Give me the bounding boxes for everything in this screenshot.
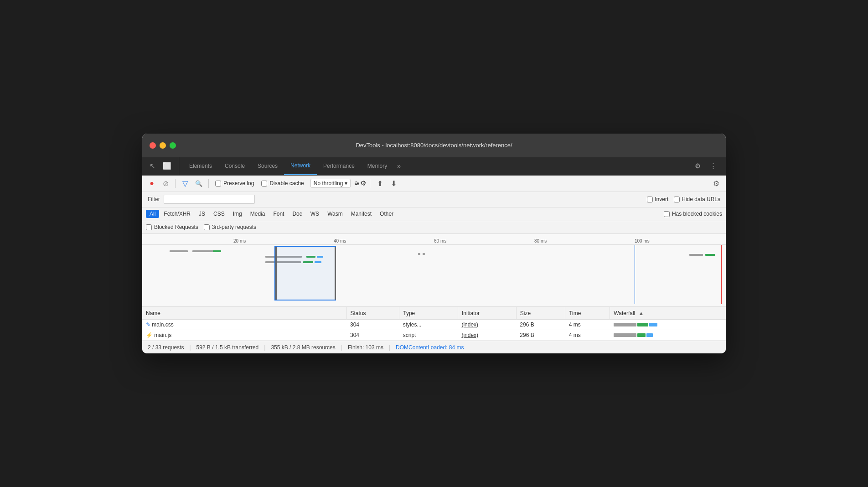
col-name[interactable]: Name <box>142 307 346 320</box>
network-table-container: Name Status Type Initiator Size <box>142 307 726 341</box>
toolbar-separator-2 <box>208 179 209 188</box>
cell-type: styles... <box>399 320 458 330</box>
settings-icon[interactable]: ⚙ <box>693 160 703 172</box>
cursor-icon[interactable]: ↖ <box>148 160 157 172</box>
transferred-size: 592 B / 1.5 kB transferred <box>196 344 259 351</box>
third-party-label[interactable]: 3rd-party requests <box>204 224 256 230</box>
load-line <box>721 245 722 304</box>
type-filter-other[interactable]: Other <box>376 210 397 218</box>
tab-network[interactable]: Network <box>284 157 317 175</box>
type-filter-ws[interactable]: WS <box>307 210 323 218</box>
close-button[interactable] <box>150 142 156 149</box>
type-filter-bar: All Fetch/XHR JS CSS Img Media Font Doc … <box>142 207 726 221</box>
dom-loaded-line <box>635 245 635 304</box>
devtools-icons: ↖ ⬜ <box>142 157 179 175</box>
wf-ttfb-bar <box>637 333 646 337</box>
ruler-tick-80ms: 80 ms <box>534 238 547 244</box>
col-time[interactable]: Time <box>565 307 610 320</box>
cell-initiator: (index) <box>458 330 516 341</box>
col-waterfall[interactable]: Waterfall ▲ <box>610 307 726 320</box>
cell-type: script <box>399 330 458 341</box>
invert-checkbox-label[interactable]: Invert <box>647 196 668 202</box>
table-row[interactable]: ✎ main.css 304 styles... (index) 296 B <box>142 320 726 330</box>
type-filter-fetch-xhr[interactable]: Fetch/XHR <box>160 210 194 218</box>
more-tabs-button[interactable]: » <box>393 162 404 170</box>
layers-icon[interactable]: ⬜ <box>161 160 173 172</box>
hide-data-urls-checkbox[interactable] <box>674 197 680 202</box>
minimize-button[interactable] <box>160 142 166 149</box>
selection-right-handle[interactable] <box>335 247 336 300</box>
maximize-button[interactable] <box>170 142 176 149</box>
finish-time: Finish: 103 ms <box>348 344 383 351</box>
col-size[interactable]: Size <box>516 307 565 320</box>
throttle-arrow-icon: ▾ <box>345 180 347 187</box>
tab-console[interactable]: Console <box>218 157 251 175</box>
hide-data-urls-checkbox-label[interactable]: Hide data URLs <box>674 196 720 202</box>
export-har-button[interactable]: ⬇ <box>388 177 399 189</box>
devtools-tab-bar: ↖ ⬜ Elements Console Sources Network Per… <box>142 157 726 176</box>
cell-initiator: (index) <box>458 320 516 330</box>
selection-left-handle[interactable] <box>275 247 277 300</box>
wf-download-bar <box>646 333 653 337</box>
clear-button[interactable]: ⊘ <box>160 177 171 189</box>
cell-waterfall <box>610 330 726 341</box>
preserve-log-checkbox[interactable] <box>215 181 221 187</box>
has-blocked-cookies-label[interactable]: Has blocked cookies <box>664 211 722 217</box>
wf-overview-bar <box>213 250 221 252</box>
waterfall-selection-box[interactable] <box>274 246 336 300</box>
type-filter-font[interactable]: Font <box>269 210 288 218</box>
search-button[interactable]: 🔍 <box>193 177 205 189</box>
waterfall-chart[interactable] <box>142 245 726 304</box>
waterfall-overview[interactable]: 20 ms 40 ms 60 ms 80 ms 100 ms <box>142 234 726 307</box>
type-filter-js[interactable]: JS <box>195 210 209 218</box>
waterfall-bar-group <box>614 333 722 337</box>
table-row[interactable]: ⚡ main.js 304 script (index) 296 B <box>142 330 726 341</box>
type-filter-media[interactable]: Media <box>247 210 269 218</box>
filter-button[interactable]: ▽ <box>179 177 191 189</box>
devtools-right-icons: ⚙ ⋮ <box>686 160 726 172</box>
status-sep-1: | <box>189 344 191 351</box>
ruler-tick-100ms: 100 ms <box>635 238 650 244</box>
invert-checkbox[interactable] <box>647 197 653 202</box>
devtools-tab-list: Elements Console Sources Network Perform… <box>179 157 686 175</box>
type-filter-wasm[interactable]: Wasm <box>324 210 346 218</box>
cell-status: 304 <box>346 320 399 330</box>
type-filter-manifest[interactable]: Manifest <box>347 210 375 218</box>
type-filter-all[interactable]: All <box>146 210 159 218</box>
filter-input[interactable] <box>164 195 255 204</box>
third-party-checkbox[interactable] <box>204 224 210 230</box>
cell-status: 304 <box>346 330 399 341</box>
wf-overview-bar <box>423 253 425 255</box>
throttling-select[interactable]: No throttling ▾ <box>310 179 351 188</box>
network-settings-button[interactable]: ⚙ <box>710 177 722 189</box>
tab-sources[interactable]: Sources <box>251 157 284 175</box>
type-filter-doc[interactable]: Doc <box>289 210 305 218</box>
requests-count: 2 / 33 requests <box>148 344 184 351</box>
cell-time: 4 ms <box>565 320 610 330</box>
col-type[interactable]: Type <box>399 307 458 320</box>
blocked-requests-checkbox[interactable] <box>146 224 152 230</box>
ruler-tick-60ms: 60 ms <box>434 238 446 244</box>
tab-elements[interactable]: Elements <box>183 157 218 175</box>
preserve-log-label[interactable]: Preserve log <box>215 180 254 187</box>
import-har-button[interactable]: ⬆ <box>374 177 386 189</box>
disable-cache-checkbox[interactable] <box>261 181 267 187</box>
more-menu-icon[interactable]: ⋮ <box>708 160 718 172</box>
type-filter-img[interactable]: Img <box>229 210 246 218</box>
cell-size: 296 B <box>516 330 565 341</box>
toolbar-separator-3 <box>370 179 370 188</box>
tab-memory[interactable]: Memory <box>361 157 393 175</box>
col-status[interactable]: Status <box>346 307 399 320</box>
blocked-requests-bar: Blocked Requests 3rd-party requests <box>142 221 726 234</box>
has-blocked-cookies-checkbox[interactable] <box>664 211 670 217</box>
record-button[interactable]: ● <box>146 177 158 189</box>
blocked-requests-label[interactable]: Blocked Requests <box>146 224 198 230</box>
ruler-tick-40ms: 40 ms <box>334 238 346 244</box>
type-filter-css[interactable]: CSS <box>210 210 228 218</box>
status-sep-4: | <box>389 344 390 351</box>
wifi-settings-button[interactable]: ≋⚙ <box>354 177 366 189</box>
tab-performance[interactable]: Performance <box>317 157 361 175</box>
disable-cache-label[interactable]: Disable cache <box>261 180 304 187</box>
traffic-lights <box>150 142 176 149</box>
col-initiator[interactable]: Initiator <box>458 307 516 320</box>
